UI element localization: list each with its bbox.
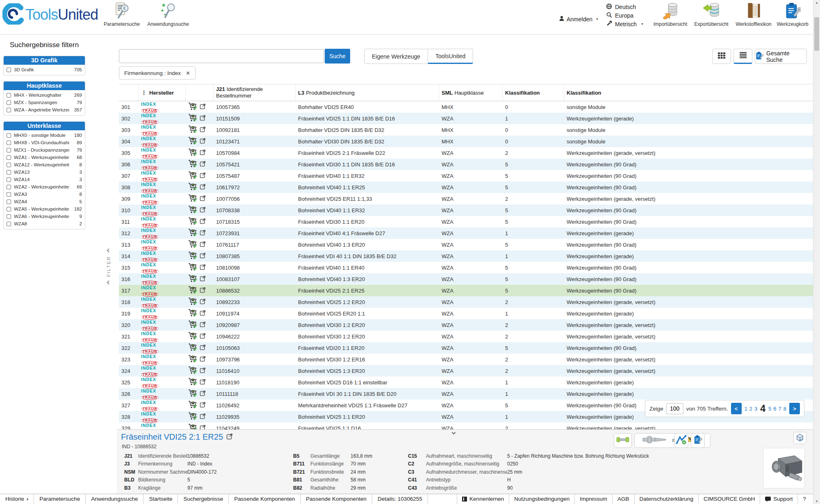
add-to-cart-icon[interactable]: [188, 366, 198, 376]
footer-link[interactable]: Kennenlernen: [457, 494, 509, 504]
gesamte-suche-button[interactable]: Gesamte Suche: [755, 49, 807, 64]
external-link-icon[interactable]: [200, 264, 206, 271]
add-to-cart-icon[interactable]: [188, 274, 198, 284]
external-link-icon[interactable]: [200, 321, 206, 329]
table-row[interactable]: 321 INDEX TRAUB: [119, 331, 814, 342]
add-to-cart-icon[interactable]: [188, 377, 198, 387]
table-row[interactable]: 302 INDEX TRAUB: [119, 113, 814, 124]
external-link-icon[interactable]: [200, 344, 206, 352]
grid-view-button[interactable]: [712, 49, 731, 64]
add-to-cart-icon[interactable]: [188, 423, 198, 429]
external-link-icon[interactable]: [200, 126, 206, 134]
page-link-5[interactable]: 5: [768, 406, 771, 412]
filter-item[interactable]: WZA8 2: [4, 220, 85, 227]
prev-page-button[interactable]: <: [731, 403, 742, 414]
external-link-icon[interactable]: [200, 425, 206, 429]
filter-item[interactable]: WZA - Angetriebe Werkzeuge 357: [4, 106, 85, 114]
add-to-cart-icon[interactable]: [188, 171, 198, 181]
add-to-cart-icon[interactable]: [188, 286, 198, 295]
checkbox[interactable]: [7, 200, 11, 204]
col-klassifikation-2[interactable]: Klassifikation: [564, 84, 814, 101]
filter-item[interactable]: 3D Grafik 705: [4, 66, 85, 73]
add-to-cart-icon[interactable]: [188, 331, 198, 341]
units-menu[interactable]: Metrisch ▼: [606, 20, 644, 28]
footer-link[interactable]: ?: [797, 494, 811, 504]
history-item[interactable]: Passende Komponenten: [229, 494, 301, 504]
table-row[interactable]: 305 INDEX TRAUB: [119, 147, 814, 159]
history-item[interactable]: Passende Komponenten: [301, 494, 372, 504]
tab-toolsunited[interactable]: ToolsUnited: [428, 49, 473, 64]
col-hauptklasse[interactable]: SMLHauptklasse: [439, 84, 503, 101]
history-item[interactable]: Anwendungssuche: [86, 494, 144, 504]
add-to-cart-icon[interactable]: [188, 205, 198, 215]
scroll-down-icon[interactable]: ▼: [813, 499, 820, 503]
add-to-cart-icon[interactable]: [188, 159, 198, 169]
checkbox[interactable]: [7, 133, 11, 138]
filter-item[interactable]: MZX1 - Druckspannzangen mit 79: [4, 146, 85, 154]
footer-link[interactable]: Nutzungsbedingungen: [509, 494, 574, 504]
add-to-cart-icon[interactable]: [188, 136, 198, 146]
add-to-cart-icon[interactable]: [188, 251, 198, 261]
external-link-icon[interactable]: [200, 390, 206, 397]
table-row[interactable]: 311 INDEX TRAUB: [119, 216, 814, 227]
page-link-6[interactable]: 6: [773, 406, 776, 412]
table-row[interactable]: 308 INDEX TRAUB: [119, 182, 814, 193]
checkbox[interactable]: [7, 141, 11, 145]
checkbox[interactable]: [7, 214, 11, 219]
external-link-icon[interactable]: [200, 287, 206, 294]
checkbox[interactable]: [7, 177, 11, 182]
anwendungssuche-nav[interactable]: ★ ★ ★ Anwendungssuche: [144, 2, 192, 27]
table-row[interactable]: 325 INDEX TRAUB: [119, 377, 814, 388]
panel-collapse-icon[interactable]: [452, 431, 456, 435]
add-to-cart-icon[interactable]: [188, 194, 198, 204]
add-to-cart-icon[interactable]: [188, 240, 198, 250]
history-item[interactable]: Details: 10306255: [372, 494, 428, 504]
col-bestellnummer[interactable]: J21Identifizierende Bestellnummer: [214, 84, 296, 101]
page-link-1[interactable]: 1: [745, 406, 747, 412]
external-link-icon[interactable]: [200, 103, 206, 111]
table-row[interactable]: 307 INDEX TRAUB: [119, 170, 814, 182]
add-to-basket-button[interactable]: [691, 433, 705, 448]
checkbox[interactable]: [7, 163, 11, 167]
filter-item[interactable]: WZA5 - Werkzeugeinheiten (90 182: [4, 205, 85, 213]
add-to-cart-icon[interactable]: [188, 343, 198, 353]
external-link-icon[interactable]: [200, 413, 206, 420]
external-link-icon[interactable]: [200, 207, 206, 214]
exportuebersicht-nav[interactable]: Exportübersicht: [692, 2, 731, 27]
external-link-icon[interactable]: [200, 172, 206, 179]
history-item[interactable]: Startseite: [144, 494, 178, 504]
add-to-cart-icon[interactable]: [188, 125, 198, 135]
checkbox[interactable]: [7, 185, 11, 189]
table-row[interactable]: 310 INDEX TRAUB: [119, 204, 814, 216]
toolsunited-logo[interactable]: ToolsUnited: [2, 3, 98, 26]
table-row[interactable]: 316 INDEX TRAUB: [119, 273, 814, 285]
filter-item[interactable]: WZA12 - Werkzeugeinheiten (9 8: [4, 161, 85, 168]
table-row[interactable]: 312 INDEX TRAUB: [119, 227, 814, 239]
filter-item[interactable]: WZA1 - Werkzeugeinheiten (ge 68: [4, 154, 85, 161]
filter-item[interactable]: WZA4 5: [4, 198, 85, 205]
checkbox[interactable]: [7, 207, 11, 211]
page-size-input[interactable]: [666, 403, 683, 414]
filter-item[interactable]: WZA14 3: [4, 176, 85, 183]
table-row[interactable]: 304 INDEX TRAUB: [119, 136, 814, 147]
add-to-cart-icon[interactable]: [188, 148, 198, 158]
col-produktbezeichnung[interactable]: L3Produktbezeichnung: [296, 84, 439, 101]
external-link-icon[interactable]: [200, 241, 206, 248]
external-link-icon[interactable]: [200, 356, 206, 363]
footer-link[interactable]: Datenschutzerklärung: [634, 494, 698, 504]
page-link-8[interactable]: 8: [784, 406, 786, 412]
checkbox[interactable]: [7, 222, 11, 226]
checkbox[interactable]: [7, 155, 11, 160]
tool-3d-preview[interactable]: [763, 448, 805, 488]
external-link-icon[interactable]: [200, 298, 206, 306]
view-3d-button[interactable]: 3D: [793, 432, 806, 444]
checkbox[interactable]: [7, 93, 11, 98]
anmelden-menu[interactable]: Anmelden ▼: [559, 16, 599, 23]
filter-item[interactable]: WZA13 3: [4, 168, 85, 176]
filter-item[interactable]: MZX - Spannzangen 79: [4, 99, 85, 106]
add-to-cart-icon[interactable]: [188, 217, 198, 227]
close-icon[interactable]: ✕: [186, 70, 190, 76]
table-row[interactable]: 315 INDEX TRAUB: [119, 262, 814, 273]
table-row[interactable]: 309 INDEX TRAUB: [119, 193, 814, 204]
parametersuche-nav[interactable]: € Parametersuche: [100, 2, 144, 27]
